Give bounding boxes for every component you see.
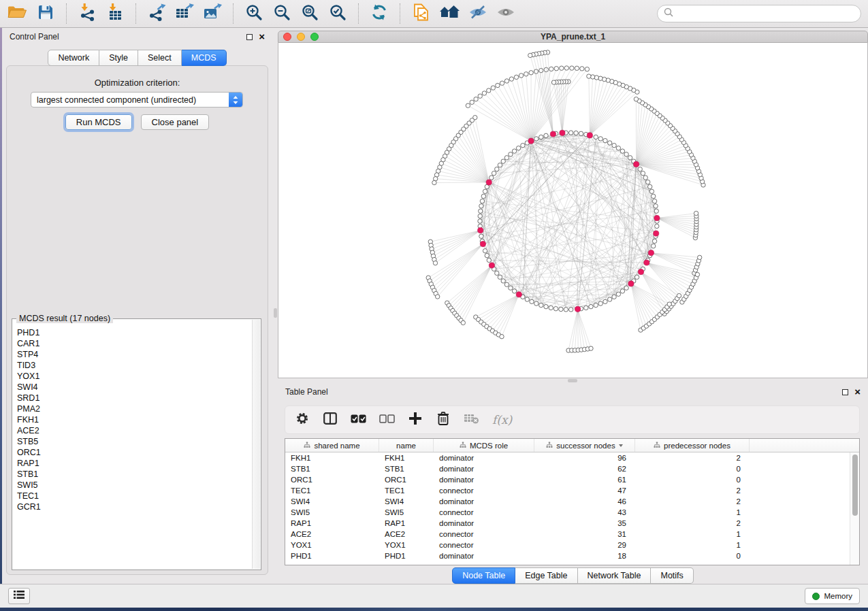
tab-mcds[interactable]: MCDS	[182, 50, 227, 66]
tab-edge-table[interactable]: Edge Table	[515, 567, 577, 584]
save-icon	[37, 4, 54, 23]
table-cell: dominator	[434, 550, 534, 561]
add-column-button[interactable]	[408, 412, 423, 428]
hide-selected-button[interactable]	[468, 3, 487, 24]
open-file-button[interactable]	[7, 3, 27, 24]
mcds-result-item[interactable]: SRD1	[17, 393, 251, 403]
tab-select[interactable]: Select	[138, 50, 182, 66]
mcds-result-item[interactable]: PHD1	[17, 327, 251, 338]
mcds-result-item[interactable]: FKH1	[17, 414, 251, 425]
delete-column-button[interactable]	[436, 412, 451, 428]
select-all-button[interactable]	[351, 412, 366, 428]
column-header-name[interactable]: name	[379, 439, 434, 452]
window-close-icon[interactable]	[283, 33, 291, 41]
table-row[interactable]: STB1STB1dominator620	[285, 463, 859, 474]
close-panel-icon[interactable]: ×	[854, 389, 861, 395]
zoom-fit-button[interactable]	[300, 3, 319, 24]
table-row[interactable]: SWI4SWI4dominator462	[285, 496, 859, 507]
float-panel-icon[interactable]	[842, 389, 848, 395]
criterion-select[interactable]: largest connected component (undirected)	[31, 92, 243, 108]
mcds-result-scrollbar[interactable]	[252, 320, 260, 569]
search-box	[657, 5, 861, 22]
table-cell: 2	[635, 518, 750, 529]
network-canvas[interactable]	[278, 43, 868, 378]
window-maximize-icon[interactable]	[310, 33, 319, 41]
mcds-result-item[interactable]: PMA2	[17, 403, 251, 414]
table-cell: 61	[534, 474, 635, 485]
home-layout-button[interactable]	[439, 3, 460, 24]
table-row[interactable]: SWI5SWI5connector431	[285, 507, 859, 518]
mcds-result-item[interactable]: STP4	[17, 349, 251, 360]
table-row[interactable]: ACE2ACE2connector311	[285, 529, 859, 540]
tab-node-table[interactable]: Node Table	[452, 567, 515, 584]
column-header-predecessor-nodes[interactable]: predecessor nodes	[635, 439, 750, 452]
task-history-button[interactable]	[8, 588, 30, 604]
mcds-result-item[interactable]: ACE2	[17, 425, 251, 436]
memory-button[interactable]: Memory	[805, 588, 860, 604]
mcds-result-item[interactable]: ORC1	[17, 447, 251, 458]
table-row[interactable]: ORC1ORC1dominator610	[285, 474, 859, 485]
mcds-result-item[interactable]: GCR1	[17, 501, 251, 512]
table-row[interactable]: FKH1FKH1dominator962	[285, 452, 859, 463]
mcds-result-item[interactable]: CAR1	[17, 338, 251, 349]
table-row[interactable]: PHD1PHD1dominator180	[285, 550, 859, 561]
mcds-result-item[interactable]: SWI4	[17, 382, 251, 393]
mcds-result-item[interactable]: YOX1	[17, 371, 251, 382]
column-header-successor-nodes[interactable]: successor nodes	[534, 439, 635, 452]
column-header-shared-name[interactable]: shared name	[285, 439, 379, 452]
table-cell: connector	[434, 485, 534, 496]
mcds-result-item[interactable]: STB1	[17, 469, 251, 480]
duplicate-network-button[interactable]	[411, 3, 430, 24]
table-cell: 43	[534, 507, 635, 518]
mcds-result-item[interactable]: TEC1	[17, 491, 251, 501]
import-network-button[interactable]	[78, 3, 97, 24]
delete-table-icon	[464, 413, 479, 427]
mcds-result-item[interactable]: RAP1	[17, 458, 251, 469]
table-cell: SWI5	[379, 507, 434, 518]
mcds-result-item[interactable]: STB5	[17, 436, 251, 447]
export-image-icon	[203, 3, 222, 24]
table-row[interactable]: RAP1RAP1dominator352	[285, 518, 859, 529]
column-header-MCDS-role[interactable]: MCDS role	[434, 439, 534, 452]
network-graph[interactable]	[278, 43, 867, 377]
close-panel-button[interactable]: Close panel	[141, 114, 210, 130]
import-table-button[interactable]	[106, 3, 125, 24]
table-vertical-scrollbar[interactable]	[850, 452, 859, 565]
float-panel-icon[interactable]	[246, 34, 253, 40]
table-row[interactable]: TEC1TEC1connector472	[285, 485, 859, 496]
scrollbar-thumb[interactable]	[852, 455, 858, 516]
mcds-result-item[interactable]: SWI5	[17, 480, 251, 491]
table-cell: 29	[534, 540, 635, 550]
refresh-icon	[370, 3, 388, 24]
zoom-out-button[interactable]	[272, 3, 291, 24]
tab-style[interactable]: Style	[99, 50, 138, 66]
export-image-button[interactable]	[203, 3, 222, 24]
search-input[interactable]	[677, 9, 854, 18]
function-builder-button[interactable]: f(x)	[492, 412, 512, 428]
zoom-in-button[interactable]	[244, 3, 263, 24]
refresh-layout-button[interactable]	[370, 3, 389, 24]
window-minimize-icon[interactable]	[297, 33, 305, 41]
tab-network-table[interactable]: Network Table	[578, 567, 652, 584]
table-cell: 2	[635, 485, 750, 496]
export-network-button[interactable]	[147, 3, 166, 24]
search-icon	[664, 7, 673, 20]
vertical-splitter[interactable]	[272, 28, 278, 584]
run-mcds-button[interactable]: Run MCDS	[65, 114, 132, 130]
memory-status-icon	[812, 593, 820, 600]
tab-motifs[interactable]: Motifs	[651, 567, 693, 584]
horizontal-splitter[interactable]	[278, 378, 868, 383]
show-all-button[interactable]	[496, 3, 515, 24]
mcds-result-item[interactable]: TID3	[17, 360, 251, 371]
deselect-all-button[interactable]	[379, 412, 395, 428]
close-panel-icon[interactable]: ×	[259, 33, 265, 40]
table-row[interactable]: YOX1YOX1connector291	[285, 540, 859, 550]
tab-network[interactable]: Network	[48, 50, 99, 66]
export-table-button[interactable]	[175, 3, 194, 24]
table-cell: dominator	[434, 518, 534, 529]
save-session-button[interactable]	[36, 3, 55, 24]
table-settings-button[interactable]	[295, 412, 310, 428]
delete-table-button[interactable]	[464, 412, 479, 428]
split-view-button[interactable]	[323, 412, 338, 428]
zoom-selected-button[interactable]	[328, 3, 347, 24]
